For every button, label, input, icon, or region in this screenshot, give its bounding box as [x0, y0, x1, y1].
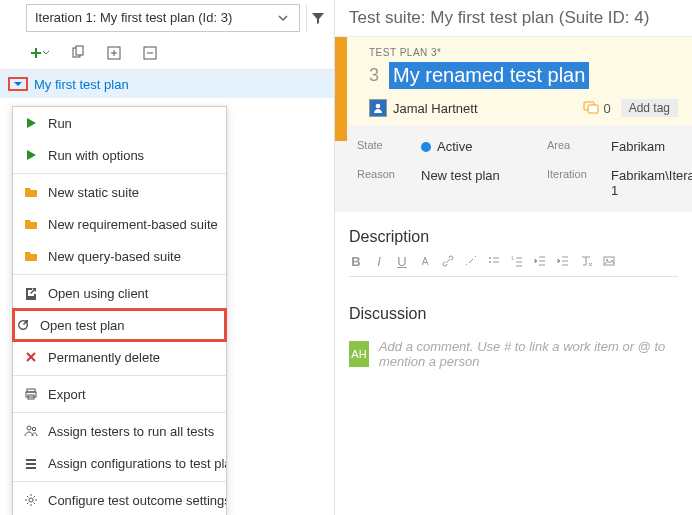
field-value-state[interactable]: Active [421, 139, 541, 154]
menu-item-assign-testers[interactable]: Assign testers to run all tests [13, 415, 226, 447]
menu-item-export[interactable]: Export [13, 378, 226, 410]
tree-item-test-plan[interactable]: My first test plan [0, 70, 334, 98]
menu-separator [13, 173, 226, 174]
svg-rect-10 [26, 463, 36, 465]
indent-icon[interactable] [556, 254, 570, 268]
outdent-icon[interactable] [533, 254, 547, 268]
menu-label: Open test plan [40, 318, 125, 333]
svg-point-17 [489, 261, 491, 263]
copy-icon [70, 45, 86, 61]
menu-item-configure-outcome[interactable]: Configure test outcome settings [13, 484, 226, 515]
tree-item-label: My first test plan [34, 77, 129, 92]
discussion-input[interactable]: Add a comment. Use # to link a work item… [379, 339, 678, 369]
folder-req-icon [24, 217, 38, 231]
svg-point-13 [376, 104, 381, 109]
menu-item-new-query[interactable]: New query-based suite [13, 240, 226, 272]
italic-icon[interactable]: I [372, 254, 386, 268]
section-title-discussion: Discussion [335, 279, 692, 331]
menu-item-new-req[interactable]: New requirement-based suite [13, 208, 226, 240]
svg-rect-15 [588, 105, 598, 113]
expand-icon [106, 45, 122, 61]
menu-item-delete[interactable]: Permanently delete [13, 341, 226, 373]
menu-item-new-static[interactable]: New static suite [13, 176, 226, 208]
expand-button[interactable] [106, 45, 122, 61]
chevron-down-icon [275, 10, 291, 26]
print-icon [24, 387, 38, 401]
field-value-area[interactable]: Fabrikam [611, 139, 692, 154]
clear-format-icon[interactable] [579, 254, 593, 268]
collapse-icon [142, 45, 158, 61]
menu-label: Assign configurations to test plan [48, 456, 226, 471]
new-button[interactable] [30, 47, 50, 59]
field-label-state: State [357, 139, 415, 154]
menu-item-open-plan[interactable]: Open test plan [13, 309, 226, 341]
delete-icon [24, 350, 38, 364]
assignee-name[interactable]: Jamal Hartnett [393, 101, 478, 116]
add-tag-button[interactable]: Add tag [621, 99, 678, 117]
suite-header-title: Test suite: My first test plan (Suite ID… [349, 8, 649, 28]
work-item-type-label: TEST PLAN 3* [349, 43, 692, 58]
link-icon[interactable] [441, 254, 455, 268]
context-menu: Run Run with options New static suite Ne… [12, 106, 227, 515]
menu-label: Run with options [48, 148, 144, 163]
menu-label: Assign testers to run all tests [48, 424, 214, 439]
comment-icon [583, 101, 599, 115]
menu-item-run[interactable]: Run [13, 107, 226, 139]
menu-label: Export [48, 387, 86, 402]
gear-icon [24, 493, 38, 507]
tree-caret-button[interactable] [8, 77, 28, 91]
people-icon [24, 424, 38, 438]
image-icon[interactable] [602, 254, 616, 268]
bullet-list-icon[interactable] [487, 254, 501, 268]
menu-label: Open using client [48, 286, 148, 301]
field-label-reason: Reason [357, 168, 415, 198]
menu-label: New static suite [48, 185, 139, 200]
folder-icon [24, 185, 38, 199]
comment-count[interactable]: 0 [583, 101, 610, 116]
field-value-reason[interactable]: New test plan [421, 168, 541, 198]
folder-query-icon [24, 249, 38, 263]
svg-rect-1 [76, 46, 83, 55]
bold-icon[interactable]: B [349, 254, 363, 268]
menu-item-open-client[interactable]: Open using client [13, 277, 226, 309]
chevron-down-icon [42, 49, 50, 57]
menu-separator [13, 481, 226, 482]
unlink-icon[interactable] [464, 254, 478, 268]
number-list-icon[interactable]: 1 [510, 254, 524, 268]
play-icon [24, 148, 38, 162]
menu-label: Permanently delete [48, 350, 160, 365]
state-dot-icon [421, 142, 431, 152]
caret-down-icon [13, 79, 23, 89]
svg-rect-9 [26, 459, 36, 461]
open-plan-icon [16, 318, 30, 332]
menu-separator [13, 375, 226, 376]
comment-count-value: 0 [603, 101, 610, 116]
svg-text:1: 1 [511, 255, 514, 261]
field-value-iteration[interactable]: Fabrikam\Iteration 1 [611, 168, 692, 198]
work-item-title[interactable]: My renamed test plan [389, 62, 589, 89]
menu-label: Run [48, 116, 72, 131]
copy-button[interactable] [70, 45, 86, 61]
field-label-iteration: Iteration [547, 168, 605, 198]
svg-point-8 [32, 427, 35, 430]
menu-item-run-options[interactable]: Run with options [13, 139, 226, 171]
menu-label: Configure test outcome settings [48, 493, 226, 508]
rte-toolbar: B I U A 1 [335, 254, 692, 274]
divider [349, 276, 678, 277]
svg-point-16 [489, 257, 491, 259]
accent-bar [335, 37, 347, 141]
iteration-dropdown[interactable]: Iteration 1: My first test plan (Id: 3) [26, 4, 300, 32]
filter-button[interactable] [306, 4, 328, 32]
svg-rect-11 [26, 467, 36, 469]
font-size-icon[interactable]: A [418, 254, 432, 268]
collapse-button[interactable] [142, 45, 158, 61]
menu-label: New requirement-based suite [48, 217, 218, 232]
config-icon [24, 456, 38, 470]
play-icon [24, 116, 38, 130]
filter-icon [310, 10, 326, 26]
underline-icon[interactable]: U [395, 254, 409, 268]
iteration-dropdown-label: Iteration 1: My first test plan (Id: 3) [35, 5, 232, 31]
svg-point-12 [29, 498, 33, 502]
menu-item-assign-config[interactable]: Assign configurations to test plan [13, 447, 226, 479]
open-external-icon [24, 286, 38, 300]
